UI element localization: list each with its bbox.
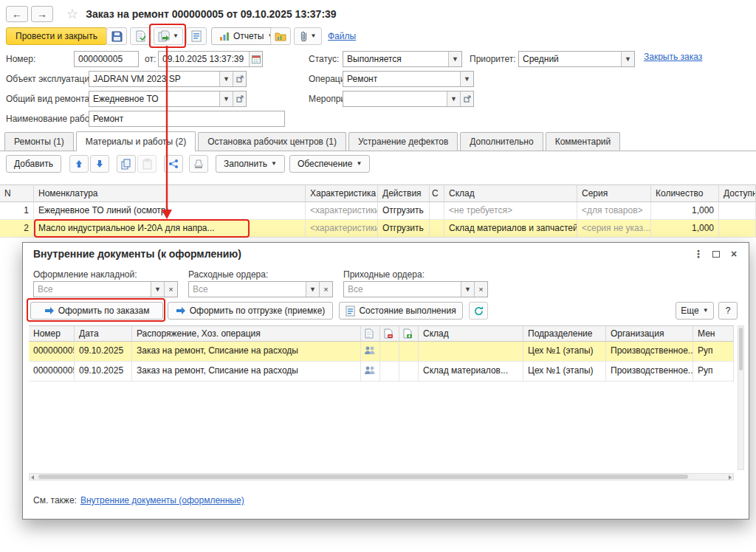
col-warehouse[interactable]: Склад xyxy=(444,184,577,202)
tab-materials[interactable]: Материалы и работы (2) xyxy=(76,131,196,151)
horizontal-scrollbar[interactable] xyxy=(29,473,734,480)
supply-button[interactable]: Обеспечение ▼ xyxy=(289,155,370,173)
favorite-star-icon[interactable]: ☆ xyxy=(66,6,78,22)
more-button[interactable]: Еще ▼ xyxy=(676,302,714,320)
object-field[interactable]: JADRAN VM 2023 SP ▼ xyxy=(89,71,247,87)
scroll-left-icon[interactable] xyxy=(31,475,34,480)
execution-state-button[interactable]: Состояние выполнения xyxy=(339,302,463,320)
clear-icon[interactable]: × xyxy=(474,282,487,297)
items-table-row[interactable]: 1 Ежедневное ТО линий (осмотр) <характер… xyxy=(0,202,756,220)
dialog-more-icon[interactable]: ⋮ xyxy=(690,246,707,262)
dialog-table-row-selected[interactable]: 000000005 09.10.2025 Заказ на ремонт, Сп… xyxy=(29,342,734,362)
refresh-button[interactable] xyxy=(469,302,488,320)
tab-additional[interactable]: Дополнительно xyxy=(460,132,543,151)
chevron-down-icon[interactable]: ▼ xyxy=(219,72,233,86)
col-series[interactable]: Серия xyxy=(577,184,651,202)
items-table-header: N Номенклатура Характеристика Действия С… xyxy=(0,184,756,202)
copy-row-button[interactable] xyxy=(117,155,136,173)
col-manager[interactable]: Мен xyxy=(693,325,734,342)
number-field[interactable]: 000000005 xyxy=(74,51,139,67)
open-icon[interactable] xyxy=(460,92,473,106)
create-based-on-button[interactable]: ▼ xyxy=(154,27,183,45)
open-icon[interactable] xyxy=(233,72,246,86)
chevron-down-icon[interactable]: ▼ xyxy=(447,92,460,106)
clipboard-icon xyxy=(142,159,152,170)
tab-comment[interactable]: Комментарий xyxy=(546,132,621,151)
operation-select[interactable]: Ремонт ▼ xyxy=(343,71,474,87)
move-up-button[interactable] xyxy=(69,155,89,173)
works-field[interactable]: Ремонт xyxy=(89,111,285,127)
filter-invoice-select[interactable]: Все ▼ × xyxy=(33,281,178,297)
add-row-button[interactable]: Добавить xyxy=(6,155,61,173)
tab-repairs[interactable]: Ремонты (1) xyxy=(4,132,74,151)
col-warehouse[interactable]: Склад xyxy=(419,325,523,342)
filter-receipt-select[interactable]: Все ▼ × xyxy=(343,281,488,297)
issued-documents-link[interactable]: Внутренние документы (оформленные) xyxy=(80,495,244,506)
tab-defects[interactable]: Устранение дефектов xyxy=(348,132,458,151)
chevron-down-icon[interactable]: ▼ xyxy=(448,52,461,66)
back-button[interactable]: ← xyxy=(6,6,28,22)
filter-expense-select[interactable]: Все ▼ × xyxy=(188,281,333,297)
chevron-down-icon[interactable]: ▼ xyxy=(460,72,473,86)
vertical-scrollbar[interactable] xyxy=(738,325,744,470)
move-down-button[interactable] xyxy=(90,155,109,173)
col-action[interactable]: Действия xyxy=(378,184,430,202)
stamp-button[interactable] xyxy=(189,155,208,173)
maximize-icon[interactable] xyxy=(707,246,725,262)
dialog-title-bar: Внутренние документы (к оформлению) ⋮ × xyxy=(23,243,749,265)
col-department[interactable]: Подразделение xyxy=(523,325,606,342)
col-organization[interactable]: Организация xyxy=(606,325,693,342)
vertical-scrollbar-thumb[interactable] xyxy=(739,328,743,370)
chevron-down-icon[interactable]: ▼ xyxy=(461,282,474,297)
folder-reports-button[interactable] xyxy=(270,27,291,45)
status-select[interactable]: Выполняется ▼ xyxy=(343,51,462,67)
date-field[interactable]: 09.10.2025 13:37:39 xyxy=(158,51,263,67)
issue-by-shipment-button[interactable]: Оформить по отгрузке (приемке) xyxy=(168,302,333,320)
files-link[interactable]: Файлы xyxy=(328,31,356,41)
col-document-icon[interactable] xyxy=(361,325,380,342)
post-document-button[interactable] xyxy=(130,27,151,45)
scroll-right-icon[interactable] xyxy=(729,475,732,480)
cell-empty xyxy=(380,342,399,362)
clear-icon[interactable]: × xyxy=(319,282,332,297)
dialog-table-row[interactable]: 000000005 09.10.2025 Заказ на ремонт, Сп… xyxy=(29,362,734,382)
paste-row-button[interactable] xyxy=(137,155,157,173)
items-table-row-selected[interactable]: 2 Масло индустриальное И-20А для напра..… xyxy=(0,220,756,238)
post-and-close-button[interactable]: Провести и закрыть xyxy=(6,27,107,45)
tab-workcenter-stop[interactable]: Остановка рабочих центров (1) xyxy=(198,132,346,151)
event-select[interactable]: ▼ xyxy=(343,91,474,107)
col-n[interactable]: N xyxy=(0,184,34,202)
forward-button[interactable]: → xyxy=(31,6,53,22)
chevron-down-icon[interactable]: ▼ xyxy=(151,282,164,297)
open-icon[interactable] xyxy=(233,92,246,106)
repair-kind-field[interactable]: Ежедневное ТО ▼ xyxy=(89,91,247,107)
attachments-button[interactable]: ▼ xyxy=(294,27,322,45)
col-order[interactable]: Распоряжение, Хоз. операция xyxy=(132,325,361,342)
share-structure-button[interactable] xyxy=(164,155,183,173)
issue-by-orders-button[interactable]: Оформить по заказам xyxy=(30,302,163,320)
filter-receipt-value: Все xyxy=(344,282,461,297)
col-qty[interactable]: Количество xyxy=(651,184,719,202)
col-document-minus-icon[interactable] xyxy=(380,325,399,342)
chevron-down-icon[interactable]: ▼ xyxy=(219,92,233,106)
priority-select[interactable]: Средний ▼ xyxy=(518,51,635,67)
col-c[interactable]: С xyxy=(430,184,444,202)
document-structure-button[interactable] xyxy=(186,27,207,45)
cell-warehouse: Склад материалов... xyxy=(419,362,523,382)
col-characteristic[interactable]: Характеристика xyxy=(306,184,378,202)
col-available[interactable]: Доступн xyxy=(719,184,756,202)
chevron-down-icon[interactable]: ▼ xyxy=(621,52,634,66)
clear-icon[interactable]: × xyxy=(164,282,177,297)
close-order-link[interactable]: Закрыть заказ xyxy=(644,52,702,62)
calendar-icon[interactable] xyxy=(249,52,262,66)
col-number[interactable]: Номер xyxy=(29,325,75,342)
chevron-down-icon[interactable]: ▼ xyxy=(306,282,319,297)
horizontal-scrollbar-thumb[interactable] xyxy=(38,475,688,479)
fill-button[interactable]: Заполнить ▼ xyxy=(216,155,285,173)
col-nomenclature[interactable]: Номенклатура xyxy=(34,184,306,202)
save-button[interactable] xyxy=(106,27,127,45)
close-icon[interactable]: × xyxy=(725,246,743,262)
col-date[interactable]: Дата xyxy=(75,325,132,342)
help-button[interactable]: ? xyxy=(718,302,738,320)
col-document-plus-icon[interactable] xyxy=(399,325,419,342)
